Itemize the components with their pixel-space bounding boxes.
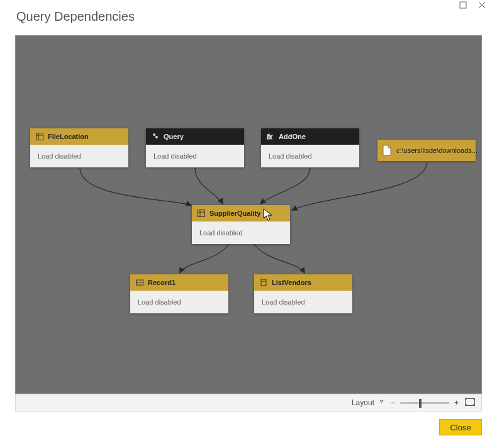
svg-rect-1 [36,133,43,140]
layout-dropdown[interactable]: Layout [352,398,384,407]
chevron-down-icon [378,398,384,407]
file-icon [383,146,391,155]
layout-label: Layout [352,398,374,407]
dependency-canvas[interactable]: FileLocation Load disabled Query Load di… [15,35,482,394]
node-listvendors[interactable]: ListVendors Load disabled [254,274,352,313]
title-bar: Query Dependencies [0,0,497,33]
node-addone[interactable]: fx AddOne Load disabled [261,128,359,167]
svg-rect-7 [198,210,205,217]
node-header: SupplierQuality [192,205,290,221]
node-status: Load disabled [130,291,228,313]
canvas-toolbar: Layout − + [15,394,482,412]
close-window-button[interactable] [473,0,491,13]
node-title: FileLocation [48,133,89,140]
fit-to-screen-button[interactable] [465,398,475,408]
record-icon [135,278,144,287]
zoom-control: − + [391,398,459,407]
node-supplierquality[interactable]: SupplierQuality Load disabled [192,205,290,244]
table-icon [197,209,206,218]
node-header: ListVendors [254,274,352,291]
list-icon [259,278,268,287]
svg-rect-12 [261,279,266,286]
svg-rect-0 [460,2,466,8]
close-button-label: Close [450,423,471,432]
node-filelocation[interactable]: FileLocation Load disabled [30,128,128,167]
node-status: Load disabled [254,291,352,313]
node-header: Record1 [130,274,228,291]
node-status: Load disabled [192,221,290,244]
zoom-in-button[interactable]: + [454,398,459,407]
zoom-slider[interactable] [400,402,449,404]
function-icon: fx [266,132,275,141]
node-status: Load disabled [30,145,128,167]
table-icon [35,132,44,141]
node-title: ListVendors [272,279,311,286]
node-query[interactable]: Query Load disabled [146,128,244,167]
node-header: Query [146,128,244,145]
file-path: c:\users\lisde\downloads... [396,147,477,154]
zoom-out-button[interactable]: − [391,398,395,407]
svg-text:fx: fx [267,133,272,140]
node-file-source[interactable]: c:\users\lisde\downloads... [377,140,476,161]
node-header: FileLocation [30,128,128,145]
node-title: Query [164,133,184,140]
dialog-title: Query Dependencies [16,9,135,24]
query-icon [151,132,160,141]
node-title: Record1 [148,279,176,286]
zoom-slider-thumb[interactable] [419,399,422,408]
window-controls [454,0,491,13]
node-status: Load disabled [146,145,244,167]
node-status: Load disabled [261,145,359,167]
node-title: AddOne [279,133,306,140]
maximize-button[interactable] [454,0,472,13]
node-title: SupplierQuality [209,210,260,217]
node-record1[interactable]: Record1 Load disabled [130,274,228,313]
close-button[interactable]: Close [439,419,482,435]
node-header: fx AddOne [261,128,359,145]
